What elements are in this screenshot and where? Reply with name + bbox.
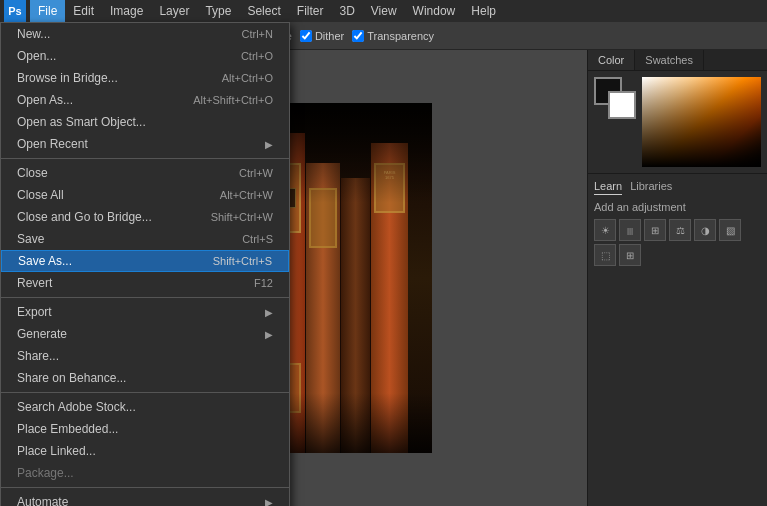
- menu-item-export[interactable]: Export ▶: [1, 301, 289, 323]
- menu-select[interactable]: Select: [239, 0, 288, 22]
- menu-item-save-as[interactable]: Save As... Shift+Ctrl+S: [1, 250, 289, 272]
- dither-checkbox[interactable]: [300, 30, 312, 42]
- adjust-grid[interactable]: ⊞: [619, 244, 641, 266]
- separator-1: [1, 158, 289, 159]
- menu-image[interactable]: Image: [102, 0, 151, 22]
- menu-file[interactable]: File: [30, 0, 65, 22]
- file-dropdown: New... Ctrl+N Open... Ctrl+O Browse in B…: [0, 22, 290, 506]
- right-panel: Color Swatches Learn Libraries Add an ad…: [587, 50, 767, 506]
- menu-item-close-all[interactable]: Close All Alt+Ctrl+W: [1, 184, 289, 206]
- adjust-title: Add an adjustment: [594, 201, 761, 213]
- color-gradient-field[interactable]: [642, 77, 761, 167]
- tab-swatches[interactable]: Swatches: [635, 50, 704, 70]
- adjust-icons: ☀ ||| ⊞ ⚖ ◑ ▧ ⬚ ⊞: [594, 219, 761, 266]
- separator-3: [1, 392, 289, 393]
- dropdown-menu: New... Ctrl+N Open... Ctrl+O Browse in B…: [0, 22, 290, 506]
- separator-4: [1, 487, 289, 488]
- transparency-checkbox[interactable]: [352, 30, 364, 42]
- adjust-pattern[interactable]: ▧: [719, 219, 741, 241]
- menu-item-revert[interactable]: Revert F12: [1, 272, 289, 294]
- menu-item-smart-object[interactable]: Open as Smart Object...: [1, 111, 289, 133]
- menu-layer[interactable]: Layer: [151, 0, 197, 22]
- menu-item-place-embedded[interactable]: Place Embedded...: [1, 418, 289, 440]
- menu-item-automate[interactable]: Automate ▶: [1, 491, 289, 506]
- menu-window[interactable]: Window: [405, 0, 464, 22]
- menu-item-generate[interactable]: Generate ▶: [1, 323, 289, 345]
- menu-help[interactable]: Help: [463, 0, 504, 22]
- adjust-levels[interactable]: |||: [619, 219, 641, 241]
- menu-item-close-go-bridge[interactable]: Close and Go to Bridge... Shift+Ctrl+W: [1, 206, 289, 228]
- menu-edit[interactable]: Edit: [65, 0, 102, 22]
- adjust-curves[interactable]: ⊞: [644, 219, 666, 241]
- adjust-mask[interactable]: ⬚: [594, 244, 616, 266]
- menu-item-package[interactable]: Package...: [1, 462, 289, 484]
- menu-item-save[interactable]: Save Ctrl+S: [1, 228, 289, 250]
- menu-item-place-linked[interactable]: Place Linked...: [1, 440, 289, 462]
- menu-3d[interactable]: 3D: [331, 0, 362, 22]
- menu-item-open-recent[interactable]: Open Recent ▶: [1, 133, 289, 155]
- separator-2: [1, 297, 289, 298]
- dither-label[interactable]: Dither: [300, 30, 344, 42]
- adjust-brightness[interactable]: ☀: [594, 219, 616, 241]
- menu-view[interactable]: View: [363, 0, 405, 22]
- adjustments-panel: Learn Libraries Add an adjustment ☀ ||| …: [588, 173, 767, 272]
- menu-type[interactable]: Type: [197, 0, 239, 22]
- menu-filter[interactable]: Filter: [289, 0, 332, 22]
- color-panel-tabs: Color Swatches: [588, 50, 767, 71]
- ps-logo: Ps: [4, 0, 26, 22]
- tab-learn[interactable]: Learn: [594, 180, 622, 195]
- adjust-panel-tabs: Learn Libraries: [594, 180, 761, 195]
- menu-item-search-stock[interactable]: Search Adobe Stock...: [1, 396, 289, 418]
- menu-item-close[interactable]: Close Ctrl+W: [1, 162, 289, 184]
- menu-item-share[interactable]: Share...: [1, 345, 289, 367]
- menu-item-share-behance[interactable]: Share on Behance...: [1, 367, 289, 389]
- menu-bar: Ps File Edit Image Layer Type Select Fil…: [0, 0, 767, 22]
- menu-item-open-as[interactable]: Open As... Alt+Shift+Ctrl+O: [1, 89, 289, 111]
- tab-libraries[interactable]: Libraries: [630, 180, 672, 195]
- menu-item-open[interactable]: Open... Ctrl+O: [1, 45, 289, 67]
- tab-color[interactable]: Color: [588, 50, 635, 70]
- adjust-balance[interactable]: ⚖: [669, 219, 691, 241]
- transparency-label[interactable]: Transparency: [352, 30, 434, 42]
- menu-item-browse-bridge[interactable]: Browse in Bridge... Alt+Ctrl+O: [1, 67, 289, 89]
- color-bg-box[interactable]: [608, 91, 636, 119]
- color-panel: [588, 71, 767, 173]
- adjust-hue[interactable]: ◑: [694, 219, 716, 241]
- menu-item-new[interactable]: New... Ctrl+N: [1, 23, 289, 45]
